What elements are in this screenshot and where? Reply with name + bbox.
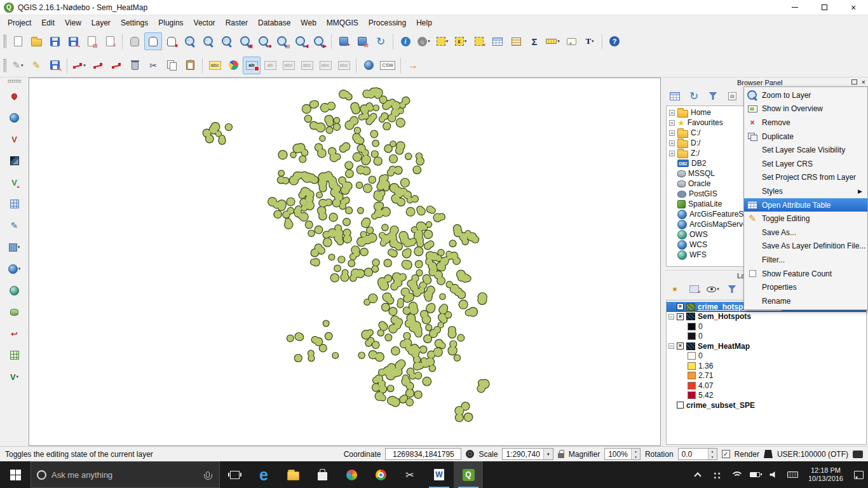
microphone-icon[interactable] <box>206 471 210 478</box>
browser-panel-close-icon[interactable]: × <box>862 79 865 85</box>
zoom-to-layer-button[interactable]: ▤ <box>273 32 291 50</box>
new-print-composer-button[interactable]: ▤ <box>83 32 100 50</box>
menu-mmqgis[interactable]: MMQGIS <box>322 17 363 29</box>
select-features-button[interactable]: ▾ <box>433 32 451 50</box>
scale-combobox[interactable]: 1:290,740 ▾ <box>502 448 553 460</box>
context-menu-item-set-layer-crs[interactable]: Set Layer CRS <box>744 157 867 171</box>
context-menu-item-save-as-layer-definition-file[interactable]: Save As Layer Definition File... <box>744 240 867 254</box>
context-menu-item-show-feature-count[interactable]: Show Feature Count <box>744 267 867 281</box>
menu-plugins[interactable]: Plugins <box>153 17 188 29</box>
collapse-icon[interactable]: − <box>668 314 674 320</box>
filter-legend-button[interactable] <box>724 282 740 296</box>
collapse-icon[interactable]: − <box>668 343 674 349</box>
context-menu-item-styles[interactable]: Styles▶ <box>744 184 867 198</box>
rotation-spinner[interactable]: 0.0 ▴▾ <box>678 448 717 460</box>
magnifier-spin-arrows[interactable]: ▴▾ <box>631 449 640 459</box>
browser-add-layers-button[interactable] <box>667 89 682 103</box>
vector-menu-tool-button[interactable]: V▾ <box>5 367 24 386</box>
current-edits-button[interactable]: ✎▾ <box>9 57 27 74</box>
menu-settings[interactable]: Settings <box>116 17 153 29</box>
save-project-button[interactable] <box>46 32 64 50</box>
layer-class-item[interactable]: 2.71 <box>667 371 866 381</box>
workflow-arrow-button[interactable]: → <box>404 57 422 74</box>
cut-features-button[interactable]: ✂ <box>144 57 162 74</box>
word-taskbar-button[interactable]: W <box>424 461 454 488</box>
tray-grid-button[interactable] <box>707 461 726 488</box>
context-menu-item-rename[interactable]: Rename <box>744 294 867 308</box>
globe-overlay-tool-button[interactable] <box>5 281 24 300</box>
vector-split-tool-button[interactable]: V <box>5 130 24 149</box>
context-menu-item-set-project-crs-from-layer[interactable]: Set Project CRS from Layer <box>744 171 867 185</box>
lock-scale-icon[interactable] <box>558 453 564 458</box>
expand-icon[interactable]: + <box>669 120 675 126</box>
pan-map-button[interactable] <box>144 32 162 50</box>
map-canvas[interactable] <box>29 78 661 446</box>
layer-checkbox[interactable]: × <box>677 313 684 320</box>
open-attribute-table-toolbar-button[interactable] <box>489 32 506 50</box>
layer-item-crime-subset-spe[interactable]: crime_subset_SPE <box>667 400 866 410</box>
toggle-editing-button[interactable]: ✎ <box>27 57 45 74</box>
context-menu-item-filter[interactable]: Filter... <box>744 253 867 267</box>
node-tool-button[interactable] <box>107 57 125 74</box>
zoom-full-button[interactable]: ▣ <box>236 32 254 50</box>
layer-diagram-options-button[interactable] <box>224 57 242 74</box>
refresh-map-button[interactable]: ↻ <box>372 32 390 50</box>
expand-icon[interactable]: + <box>669 110 675 116</box>
layer-class-item[interactable]: 5.42 <box>667 391 866 401</box>
browser-panel-float-icon[interactable] <box>851 79 857 85</box>
feature-count-checkbox[interactable] <box>749 270 756 277</box>
menu-vector[interactable]: Vector <box>189 17 220 29</box>
edge-taskbar-button[interactable]: e <box>249 461 278 488</box>
layer-checkbox[interactable] <box>677 402 684 409</box>
expand-icon[interactable]: + <box>669 140 675 146</box>
hook-tool-button[interactable]: ↩ <box>5 324 24 343</box>
save-project-as-button[interactable]: ✎ <box>64 32 82 50</box>
zoom-out-button[interactable]: − <box>200 32 217 50</box>
new-project-button[interactable] <box>9 32 27 50</box>
keyboard-button[interactable] <box>783 461 803 488</box>
crs-status-label[interactable]: USER:100000 (OTF) <box>777 450 848 459</box>
magnifier-spinner[interactable]: 100% ▴▾ <box>604 448 641 460</box>
highlight-pinned-labels-button[interactable]: ab <box>261 57 279 74</box>
zoom-in-button[interactable]: + <box>181 32 199 50</box>
menu-raster[interactable]: Raster <box>220 17 253 29</box>
store-taskbar-button[interactable] <box>308 461 337 488</box>
context-menu-item-zoom-to-layer[interactable]: Zoom to Layer <box>744 88 867 102</box>
change-label-button[interactable]: abc <box>316 57 334 74</box>
context-menu-item-remove[interactable]: ×Remove <box>744 116 867 130</box>
menu-edit[interactable]: Edit <box>36 17 60 29</box>
battery-button[interactable] <box>745 461 764 488</box>
minimize-button[interactable] <box>780 0 810 15</box>
layer-item-sem-hotspots[interactable]: −×Sem_Hotspots <box>667 312 866 322</box>
menu-layer[interactable]: Layer <box>86 17 116 29</box>
file-explorer-taskbar-button[interactable] <box>278 461 308 488</box>
identify-features-button[interactable]: i <box>397 32 414 50</box>
measure-button[interactable]: ▾ <box>544 32 562 50</box>
menu-processing[interactable]: Processing <box>363 17 411 29</box>
menu-project[interactable]: Project <box>3 17 36 29</box>
metasearch-button[interactable] <box>360 57 377 74</box>
context-menu-item-duplicate[interactable]: Duplicate <box>744 130 867 144</box>
composer-manager-button[interactable]: ≡ <box>101 32 119 50</box>
close-button[interactable]: × <box>839 0 868 15</box>
web-globe-tool-button[interactable]: ▾ <box>5 259 24 278</box>
gradient-raster-tool-button[interactable] <box>5 151 24 170</box>
map-pin-tool-button[interactable] <box>5 86 24 105</box>
csw-service-button[interactable]: CSW <box>378 57 397 74</box>
context-menu-item-open-attribute-table[interactable]: Open Attribute Table <box>744 198 867 212</box>
map-tips-button[interactable] <box>562 32 580 50</box>
rotate-label-button[interactable]: abc <box>298 57 316 74</box>
cube-tool-button[interactable]: ▾ <box>5 238 24 257</box>
rotation-spin-arrows[interactable]: ▴▾ <box>708 449 717 459</box>
delete-selected-button[interactable] <box>126 57 144 74</box>
context-menu-item-properties[interactable]: Properties <box>744 280 867 294</box>
open-project-button[interactable] <box>27 32 45 50</box>
touch-zoom-pan-button[interactable] <box>126 32 144 50</box>
context-menu-item-set-layer-scale-visibility[interactable]: Set Layer Scale Visibility <box>744 143 867 157</box>
taskbar-search[interactable]: Ask me anything <box>31 461 220 488</box>
task-view-button[interactable] <box>220 461 249 488</box>
menu-help[interactable]: Help <box>411 17 437 29</box>
context-menu-item-toggle-editing[interactable]: ✎Toggle Editing <box>744 212 867 226</box>
coordinate-input[interactable]: 1269834,1841795 <box>385 448 461 460</box>
volume-button[interactable] <box>764 461 783 488</box>
